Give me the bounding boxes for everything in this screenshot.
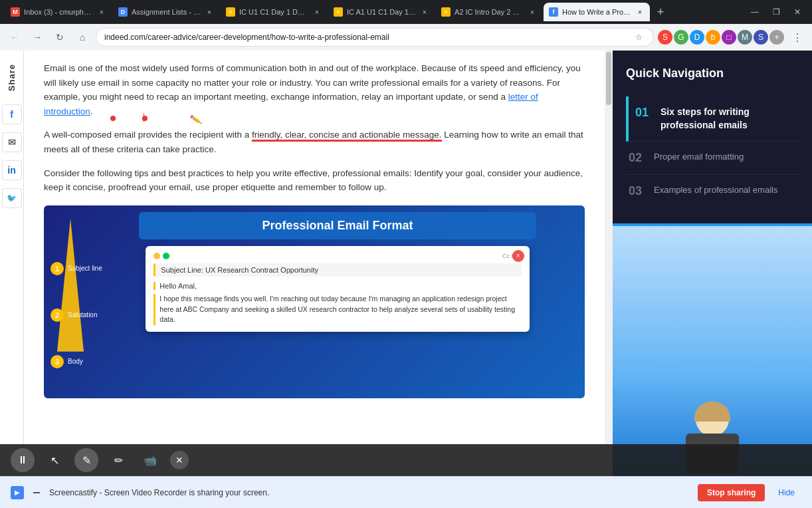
email-modal: × Cc Bcc Subject Line: UX Research Contr…	[146, 246, 529, 332]
email-salutation-field: Hello Amal,	[153, 282, 521, 290]
tab-ic-a1u1c1[interactable]: ≡ IC A1 U1 C1 Day 1 Daily... ×	[328, 3, 435, 21]
back-button[interactable]: ←	[5, 28, 24, 47]
yellow-triangle-decoration	[57, 219, 84, 352]
share-facebook-button[interactable]: f	[2, 104, 22, 124]
highlighted-text: friendly, clear, concise and actionable …	[252, 130, 442, 142]
dot-1	[110, 116, 116, 121]
screencastify-icon: ▶	[11, 486, 24, 499]
email-modal-controls: Cc Bcc	[153, 253, 521, 259]
nav-text-01: Six steps for writing professional email…	[660, 106, 799, 132]
ext-icon-5[interactable]: □	[722, 30, 736, 45]
tab-a2-ic-intro-label: A2 IC Intro Day 2 Daily...	[455, 8, 524, 16]
label-salutation: 2 Salutation	[51, 309, 104, 322]
email-subject-field: Subject Line: UX Research Contract Oppor…	[153, 263, 521, 277]
window-controls: — ❐ ✕	[746, 3, 807, 21]
new-tab-button[interactable]: +	[651, 3, 670, 21]
bookmark-icon[interactable]: ☆	[632, 31, 645, 44]
modal-dot-green	[163, 253, 169, 259]
camera-button[interactable]: 📹	[138, 448, 162, 472]
ext-icon-7[interactable]: S	[754, 30, 768, 45]
email-labels-column: 1 Subject line 2 Salutation 3 Body	[44, 205, 104, 398]
article-content: Email is one of the most widely used for…	[24, 51, 605, 476]
reload-button[interactable]: ↻	[51, 28, 69, 47]
ext-icon-8[interactable]: +	[769, 30, 784, 45]
main-content-area: Share f ✉ in 🐦 Email is one of the most …	[0, 51, 812, 476]
tab-assignment-label: Assignment Lists - Goo...	[132, 8, 201, 16]
tab-assignment[interactable]: D Assignment Lists - Goo... ×	[113, 3, 219, 21]
nav-num-03: 03	[629, 184, 647, 198]
label-subject-line: 1 Subject line	[51, 262, 104, 275]
tab-gmail[interactable]: M Inbox (3) - cmurphy@m... ×	[5, 3, 112, 21]
page-scrollbar[interactable]	[605, 51, 613, 476]
scrollbar-thumb[interactable]	[606, 52, 611, 105]
toolbar-close-button[interactable]: ✕	[170, 451, 189, 469]
subject-line-label: Subject line	[68, 265, 102, 272]
hide-button[interactable]: Hide	[771, 484, 801, 501]
tab-ic-a1u1c1-close[interactable]: ×	[420, 7, 429, 17]
modal-dot-yellow	[153, 253, 160, 259]
nav-item-03[interactable]: 03 Examples of professional emails	[626, 175, 799, 207]
nav-num-01: 01	[635, 106, 654, 120]
highlighter-button[interactable]: ✏	[106, 448, 130, 472]
email-format-graphic: 1 Subject line 2 Salutation 3 Body Profe…	[44, 205, 585, 398]
tab-how-to-write-label: How to Write a Prof...	[562, 8, 631, 16]
ext-icon-6[interactable]: M	[738, 30, 752, 45]
url-bar[interactable]: indeed.com/career-advice/career-developm…	[96, 28, 654, 47]
article-paragraph-3: Consider the following tips and best pra…	[44, 166, 585, 195]
cursor-button[interactable]: ↖	[43, 448, 66, 472]
email-format-title: Professional Email Format	[139, 212, 536, 239]
tab-ic-u1c1[interactable]: ≡ IC U1 C1 Day 1 Daily As... ×	[221, 3, 327, 21]
browser-extensions: S G D b □ M S +	[658, 30, 784, 45]
pen-button[interactable]: ✎	[74, 448, 98, 472]
chrome-menu-button[interactable]: ⋮	[788, 28, 807, 47]
body-label: Body	[68, 358, 83, 365]
article-paragraph-1: Email is one of the most widely used for…	[44, 61, 585, 118]
webpage-content: Email is one of the most widely used for…	[24, 51, 613, 476]
stop-sharing-button[interactable]: Stop sharing	[698, 484, 765, 501]
video-thumbnail[interactable]	[613, 223, 812, 476]
tab-bar: M Inbox (3) - cmurphy@m... × D Assignmen…	[0, 0, 812, 24]
close-button[interactable]: ✕	[788, 3, 807, 21]
ext-icon-3[interactable]: D	[690, 30, 704, 45]
restore-button[interactable]: ❐	[767, 3, 785, 21]
tab-how-to-write[interactable]: f How to Write a Prof... ×	[544, 3, 650, 21]
tab-how-to-write-close[interactable]: ×	[635, 7, 645, 17]
screencastify-banner: ▶ Screencastify - Screen Video Recorder …	[0, 476, 812, 508]
nav-text-02: Proper email formatting	[654, 151, 744, 163]
forward-button[interactable]: →	[28, 28, 47, 47]
nav-item-01[interactable]: 01 Six steps for writing professional em…	[626, 96, 799, 142]
tab-ic-u1c1-close[interactable]: ×	[312, 7, 322, 17]
article-paragraph-2: A well-composed email provides the recip…	[44, 128, 585, 156]
modal-header-text: Cc Bcc	[172, 253, 521, 259]
share-sidebar: Share f ✉ in 🐦	[0, 51, 24, 476]
email-format-content: Professional Email Format × Cc Bcc	[104, 205, 585, 398]
share-twitter-button[interactable]: 🐦	[2, 188, 22, 208]
home-button[interactable]: ⌂	[73, 28, 92, 47]
tab-a2-ic-intro-close[interactable]: ×	[528, 7, 537, 17]
quick-navigation: Quick Navigation 01 Six steps for writin…	[613, 51, 812, 223]
tab-ic-u1c1-label: IC U1 C1 Day 1 Daily As...	[239, 8, 308, 16]
tab-a2-ic-intro[interactable]: ≡ A2 IC Intro Day 2 Daily... ×	[436, 3, 542, 21]
minimize-button[interactable]: —	[746, 3, 764, 21]
nav-num-02: 02	[629, 151, 647, 165]
address-bar: ← → ↻ ⌂ indeed.com/career-advice/career-…	[0, 24, 812, 51]
ext-icon-1[interactable]: S	[658, 30, 672, 45]
video-content	[613, 223, 812, 476]
tab-gmail-close[interactable]: ×	[97, 7, 106, 17]
share-email-button[interactable]: ✉	[2, 132, 22, 152]
person-hair	[694, 402, 730, 422]
pencil-annotation-icon: ✏️	[189, 114, 203, 126]
ext-icon-4[interactable]: b	[706, 30, 720, 45]
tab-assignment-close[interactable]: ×	[205, 7, 214, 17]
share-linkedin-button[interactable]: in	[2, 160, 22, 180]
ext-icon-2[interactable]: G	[674, 30, 688, 45]
right-sidebar: Quick Navigation 01 Six steps for writin…	[613, 51, 812, 476]
email-body-field: I hope this message finds you well. I'm …	[153, 294, 521, 325]
nav-item-02[interactable]: 02 Proper email formatting	[626, 142, 799, 175]
tab-ic-a1u1c1-label: IC A1 U1 C1 Day 1 Daily...	[347, 8, 416, 16]
tab-gmail-label: Inbox (3) - cmurphy@m...	[24, 8, 93, 16]
pause-button[interactable]: ⏸	[11, 448, 35, 472]
email-modal-close[interactable]: ×	[512, 250, 524, 262]
screencastify-message: Screencastify - Screen Video Recorder is…	[49, 488, 691, 497]
share-label: Share	[7, 64, 17, 91]
